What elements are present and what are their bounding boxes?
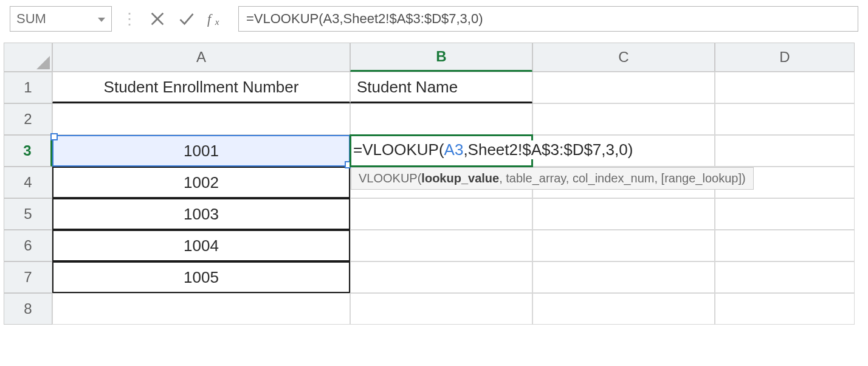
row-header-3[interactable]: 3 bbox=[4, 135, 52, 167]
row-header-5[interactable]: 5 bbox=[4, 198, 52, 230]
cell-A1[interactable]: Student Enrollment Number bbox=[52, 72, 350, 103]
row-header-8[interactable]: 8 bbox=[4, 293, 52, 325]
cell-B3[interactable]: =VLOOKUP(A3,Sheet2!$A$3:$D$7,3,0) VLOOKU… bbox=[350, 135, 532, 167]
row-header-7[interactable]: 7 bbox=[4, 261, 52, 293]
cell-B3-editing-text: =VLOOKUP(A3,Sheet2!$A$3:$D$7,3,0) bbox=[353, 140, 638, 159]
cell-A3[interactable]: 1001 bbox=[52, 135, 350, 167]
cell-D3[interactable] bbox=[715, 135, 855, 167]
cell-D8[interactable] bbox=[715, 293, 855, 325]
cell-C8[interactable] bbox=[532, 293, 715, 325]
fx-icon[interactable]: f x bbox=[205, 10, 230, 28]
cell-C7[interactable] bbox=[532, 261, 715, 293]
col-header-C[interactable]: C bbox=[532, 43, 715, 72]
spreadsheet-grid: A B C D 1 Student Enrollment Number Stud… bbox=[4, 43, 864, 325]
col-header-D[interactable]: D bbox=[715, 43, 855, 72]
row-header-4[interactable]: 4 bbox=[4, 167, 52, 198]
cell-C6[interactable] bbox=[532, 230, 715, 261]
name-box[interactable]: SUM bbox=[10, 6, 112, 32]
svg-text:f: f bbox=[207, 12, 213, 27]
cell-B2[interactable] bbox=[350, 103, 532, 135]
enter-icon[interactable] bbox=[176, 10, 197, 27]
cell-D2[interactable] bbox=[715, 103, 855, 135]
cell-C1[interactable] bbox=[532, 72, 715, 103]
cell-C2[interactable] bbox=[532, 103, 715, 135]
formula-bar: SUM ⋮ f x =VLOOKUP(A3,Sheet2!$A$3:$D$7,3… bbox=[4, 4, 864, 43]
cell-A5[interactable]: 1003 bbox=[52, 198, 350, 230]
formula-input[interactable]: =VLOOKUP(A3,Sheet2!$A$3:$D$7,3,0) bbox=[238, 6, 858, 32]
cell-A7[interactable]: 1005 bbox=[52, 261, 350, 293]
cell-B6[interactable] bbox=[350, 230, 532, 261]
select-all-corner[interactable] bbox=[4, 43, 52, 72]
row-header-2[interactable]: 2 bbox=[4, 103, 52, 135]
cell-A2[interactable] bbox=[52, 103, 350, 135]
cell-B7[interactable] bbox=[350, 261, 532, 293]
cell-D7[interactable] bbox=[715, 261, 855, 293]
cell-B5[interactable] bbox=[350, 198, 532, 230]
cell-D1[interactable] bbox=[715, 72, 855, 103]
col-header-B[interactable]: B bbox=[350, 43, 532, 72]
cell-C5[interactable] bbox=[532, 198, 715, 230]
cell-D6[interactable] bbox=[715, 230, 855, 261]
cell-A4[interactable]: 1002 bbox=[52, 167, 350, 198]
col-header-A[interactable]: A bbox=[52, 43, 350, 72]
separator: ⋮ bbox=[122, 10, 137, 29]
cell-B8[interactable] bbox=[350, 293, 532, 325]
cancel-icon[interactable] bbox=[147, 10, 168, 27]
function-tooltip[interactable]: VLOOKUP(lookup_value, table_array, col_i… bbox=[351, 167, 754, 190]
cell-A8[interactable] bbox=[52, 293, 350, 325]
row-header-1[interactable]: 1 bbox=[4, 72, 52, 103]
cell-B1[interactable]: Student Name bbox=[350, 72, 532, 103]
row-header-6[interactable]: 6 bbox=[4, 230, 52, 261]
cell-A6[interactable]: 1004 bbox=[52, 230, 350, 261]
svg-text:x: x bbox=[215, 16, 219, 27]
cell-D5[interactable] bbox=[715, 198, 855, 230]
